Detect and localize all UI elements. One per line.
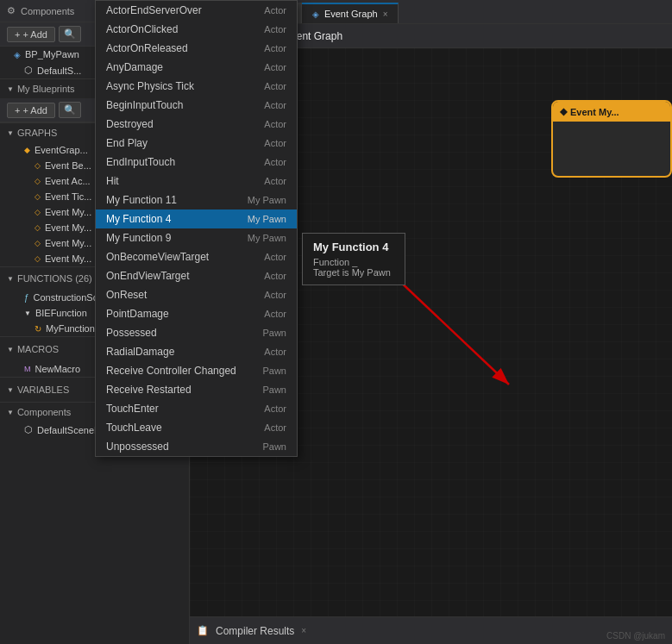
my-blueprints-label: My Blueprints — [17, 84, 75, 94]
search-blueprint-button[interactable]: 🔍 — [59, 102, 81, 118]
graph-item-4: Event My... — [45, 207, 91, 217]
dropdown-item-destroyed[interactable]: DestroyedActor — [96, 115, 297, 134]
add-blueprint-button[interactable]: + + Add — [7, 103, 55, 118]
compiler-results-close[interactable]: × — [301, 626, 306, 635]
new-macro-label: NewMacro — [35, 364, 81, 374]
variables-label: VARIABLES — [17, 385, 69, 395]
tab-close-icon[interactable]: × — [383, 9, 388, 19]
tooltip-function-label: Function _ — [313, 257, 394, 267]
graph-item-2: Event Ac... — [45, 176, 91, 186]
plus-icon2: + — [15, 105, 20, 116]
dropdown-item-async-physics-tick[interactable]: Async Physics TickActor — [96, 77, 297, 96]
dropdown-item-begininputtouch[interactable]: BeginInputTouchActor — [96, 96, 297, 115]
dropdown-item-end-play[interactable]: End PlayActor — [96, 134, 297, 153]
graph-item-0: EventGrap... — [35, 145, 88, 155]
dropdown-item-anydamage[interactable]: AnyDamageActor — [96, 58, 297, 77]
dropdown-item-onendviewtarget[interactable]: OnEndViewTargetActor — [96, 266, 297, 285]
event-begin-icon: ◇ — [35, 161, 41, 170]
variables-triangle: ▼ — [7, 386, 14, 394]
dropdown-item-my-function-11[interactable]: My Function 11My Pawn — [96, 191, 297, 209]
components-title: Components — [21, 6, 74, 16]
graph-item-1: Event Be... — [45, 160, 91, 171]
context-menu: ActorEndServerOverActorActorOnClickedAct… — [95, 0, 298, 457]
graph-item-3: Event Tic... — [45, 191, 91, 202]
my-function7-label: MyFunction7 — [46, 323, 100, 334]
macros-label: MACROS — [17, 344, 59, 354]
macros-triangle: ▼ — [7, 346, 14, 353]
watermark: CSDN @jukam — [606, 631, 665, 641]
bie-triangle: ▼ — [24, 309, 31, 317]
event-node-icon: ◆ — [560, 106, 567, 117]
compiler-results-icon: 📋 — [197, 625, 209, 636]
comp-triangle: ▼ — [7, 409, 14, 416]
scene-roo-icon: ⬡ — [24, 424, 33, 435]
dropdown-item-possessed[interactable]: PossessedPawn — [96, 323, 297, 342]
event-my4-icon: ◇ — [35, 254, 41, 263]
dropdown-item-actoronreleased[interactable]: ActorOnReleasedActor — [96, 39, 297, 58]
dropdown-item-my-function-9[interactable]: My Function 9My Pawn — [96, 228, 297, 247]
graph-icon: ◆ — [24, 146, 30, 154]
func-icon2: ↻ — [35, 324, 41, 334]
event-node-label: Event My... — [570, 107, 619, 117]
default-scene-label: DefaultS... — [37, 66, 81, 76]
dropdown-item-onreset[interactable]: OnResetActor — [96, 285, 297, 304]
event-my3-icon: ◇ — [35, 239, 41, 247]
components-icon: ⚙ — [7, 5, 16, 16]
tooltip-target-label: Target is My Pawn — [313, 267, 394, 278]
event-node[interactable]: ◆ Event My... — [551, 100, 672, 178]
dropdown-item-actoronclicked[interactable]: ActorOnClickedActor — [96, 20, 297, 39]
event-tab-icon: ◈ — [312, 9, 319, 19]
graphs-label: GRAPHS — [17, 128, 57, 138]
search-component-button[interactable]: 🔍 — [59, 26, 81, 42]
event-tick-icon: ◇ — [35, 192, 41, 201]
tab-event-graph[interactable]: ◈ Event Graph × — [302, 3, 399, 23]
dropdown-item-touchleave[interactable]: TouchLeaveActor — [96, 418, 297, 437]
dropdown-item-hit[interactable]: HitActor — [96, 172, 297, 191]
event-actor-icon: ◇ — [35, 177, 41, 185]
graph-item-6: Event My... — [45, 238, 91, 248]
event-node-header: ◆ Event My... — [553, 102, 670, 122]
bottom-bar: 📋 Compiler Results × — [190, 616, 672, 644]
event-my1-icon: ◇ — [35, 208, 41, 216]
dropdown-item-receive-restarted[interactable]: Receive RestartedPawn — [96, 380, 297, 399]
graph-item-5: Event My... — [45, 222, 91, 233]
graphs-triangle: ▼ — [7, 129, 14, 137]
triangle-icon: ▼ — [7, 85, 14, 93]
dropdown-item-onbecomeviewtarget[interactable]: OnBecomeViewTargetActor — [96, 247, 297, 266]
dropdown-item-endinputtouch[interactable]: EndInputTouchActor — [96, 153, 297, 172]
scene-icon: ⬡ — [24, 65, 33, 76]
event-my2-icon: ◇ — [35, 223, 41, 232]
dropdown-item-pointdamage[interactable]: PointDamageActor — [96, 304, 297, 323]
dropdown-item-actorendserverover[interactable]: ActorEndServerOverActor — [96, 1, 297, 20]
compiler-results-label: Compiler Results — [216, 625, 294, 637]
plus-icon: + — [15, 29, 20, 40]
add-component-button[interactable]: + + Add — [7, 27, 55, 42]
dropdown-item-touchenter[interactable]: TouchEnterActor — [96, 399, 297, 418]
components-sub-label: Components — [17, 407, 71, 417]
func-icon1: ƒ — [24, 293, 29, 303]
dropdown-item-my-function-4[interactable]: My Function 4My Pawn — [96, 209, 297, 228]
function-tooltip: My Function 4 Function _ Target is My Pa… — [302, 233, 405, 285]
dropdown-item-radialdamage[interactable]: RadialDamageActor — [96, 342, 297, 361]
dropdown-item-unpossessed[interactable]: UnpossessedPawn — [96, 437, 297, 456]
tooltip-title: My Function 4 — [313, 241, 394, 253]
blueprint-label: BP_MyPawn — [25, 49, 79, 59]
graph-item-7: Event My... — [45, 253, 91, 264]
tab-event-label: Event Graph — [324, 9, 378, 19]
bie-function-label: BIEFunction — [35, 308, 87, 318]
functions-label: FUNCTIONS (26) — [17, 273, 92, 284]
functions-triangle: ▼ — [7, 275, 14, 283]
macro-icon: M — [24, 365, 31, 373]
dropdown-item-receive-controller-changed[interactable]: Receive Controller ChangedPawn — [96, 361, 297, 380]
blueprint-icon: ◈ — [14, 50, 21, 59]
